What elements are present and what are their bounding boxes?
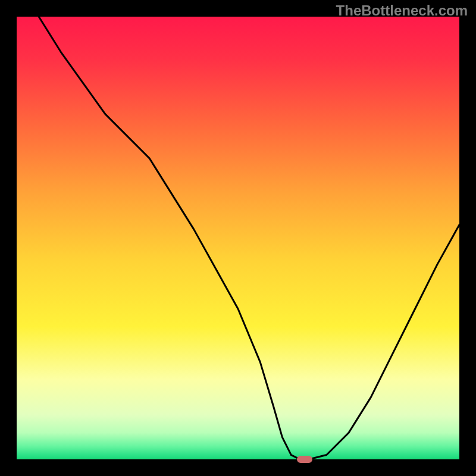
watermark-text: TheBottleneck.com [336,2,468,19]
bottleneck-chart [17,17,459,459]
optimal-point-marker [297,456,312,463]
bottleneck-curve [17,17,459,459]
